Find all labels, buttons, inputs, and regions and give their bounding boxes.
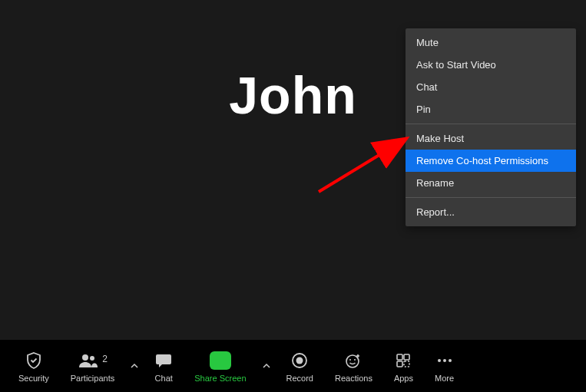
share-screen-icon	[210, 349, 231, 372]
toolbar-label: Chat	[155, 374, 173, 383]
svg-rect-12	[404, 361, 409, 367]
participants-button[interactable]: 2 Participants	[60, 340, 125, 392]
participants-count: 2	[102, 354, 108, 364]
menu-item-ask-start-video[interactable]: Ask to Start Video	[406, 54, 576, 76]
menu-divider	[406, 197, 576, 198]
svg-point-15	[449, 359, 452, 362]
more-icon	[435, 349, 454, 372]
toolbar-label: Reactions	[335, 374, 372, 383]
svg-rect-10	[404, 354, 409, 360]
share-screen-button[interactable]: Share Screen	[184, 340, 257, 392]
toolbar-label: Apps	[394, 374, 413, 383]
svg-point-2	[82, 354, 88, 361]
menu-divider	[406, 124, 576, 124]
participant-context-menu: Mute Ask to Start Video Chat Pin Make Ho…	[406, 28, 576, 226]
menu-item-pin[interactable]: Pin	[406, 98, 576, 120]
record-icon	[291, 349, 308, 372]
participants-icon: 2	[78, 349, 108, 372]
toolbar-label: Participants	[71, 374, 114, 383]
menu-item-report[interactable]: Report...	[406, 201, 576, 223]
svg-point-5	[296, 357, 303, 364]
chevron-up-icon	[263, 362, 270, 370]
share-screen-group: Share Screen	[184, 340, 275, 392]
svg-point-14	[443, 359, 446, 362]
toolbar-label: Share Screen	[194, 374, 246, 383]
menu-item-mute[interactable]: Mute	[406, 31, 576, 54]
chat-button[interactable]: Chat	[144, 340, 184, 392]
svg-point-8	[354, 359, 356, 361]
svg-rect-11	[397, 361, 402, 367]
participants-group: 2 Participants	[60, 340, 144, 392]
record-button[interactable]: Record	[276, 340, 324, 392]
meeting-toolbar: Security 2 Participants Chat Share Scree	[0, 340, 586, 392]
apps-icon	[395, 349, 412, 372]
participants-caret[interactable]	[125, 340, 144, 392]
chevron-up-icon	[131, 362, 138, 370]
participant-name: John	[229, 65, 356, 125]
svg-point-3	[90, 356, 94, 361]
svg-point-13	[438, 359, 441, 362]
reactions-button[interactable]: Reactions	[324, 340, 383, 392]
menu-item-chat[interactable]: Chat	[406, 76, 576, 98]
reactions-icon	[344, 349, 363, 372]
svg-point-6	[346, 355, 359, 367]
menu-item-rename[interactable]: Rename	[406, 172, 576, 194]
menu-item-make-host[interactable]: Make Host	[406, 127, 576, 150]
svg-rect-9	[397, 354, 402, 360]
share-screen-caret[interactable]	[257, 340, 276, 392]
toolbar-label: More	[435, 374, 454, 383]
menu-item-remove-cohost[interactable]: Remove Co-host Permissions	[406, 150, 576, 172]
chat-icon	[154, 349, 173, 372]
security-button[interactable]: Security	[8, 340, 60, 392]
toolbar-label: Security	[18, 374, 49, 383]
more-button[interactable]: More	[424, 340, 465, 392]
shield-icon	[25, 349, 43, 372]
apps-button[interactable]: Apps	[383, 340, 424, 392]
svg-point-7	[349, 359, 351, 361]
toolbar-label: Record	[286, 374, 313, 383]
